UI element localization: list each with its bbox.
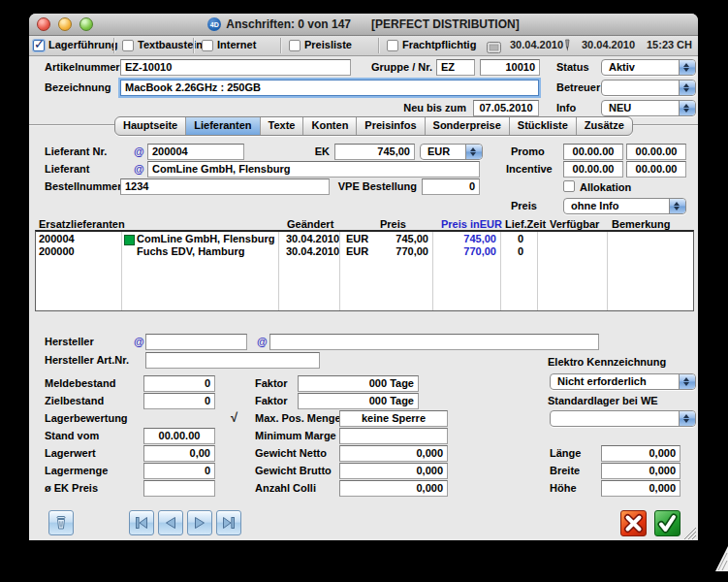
- neu-bis-zum-label: Neu bis zum: [400, 102, 466, 113]
- next-record-icon: [192, 515, 207, 531]
- info-popup[interactable]: NEU: [601, 100, 696, 116]
- stand-vom-label: Stand vom: [45, 430, 99, 441]
- status-label: Status: [556, 61, 589, 73]
- anzahl-colli-input[interactable]: 0,000: [339, 480, 448, 497]
- minimum-marge-input[interactable]: [339, 428, 448, 444]
- cell-preis: 745,00: [375, 233, 428, 245]
- first-record-button[interactable]: [129, 510, 154, 535]
- tab-stueckliste[interactable]: Stückliste: [510, 117, 577, 135]
- tab-zusaetze[interactable]: Zusätze: [577, 117, 632, 135]
- checkbox-allokation[interactable]: [563, 180, 575, 192]
- faktor2-input[interactable]: 000 Tage: [298, 393, 419, 409]
- gewicht-brutto-label: Gewicht Brutto: [255, 465, 332, 476]
- status-popup[interactable]: Aktiv: [601, 59, 696, 76]
- preis-popup[interactable]: ohne Info: [563, 198, 686, 214]
- gewicht-brutto-input[interactable]: 0,000: [339, 463, 448, 479]
- faktor1-label: Faktor: [255, 377, 288, 389]
- hoehe-input[interactable]: 0,000: [601, 480, 681, 497]
- col-bemerkung: Bemerkung: [612, 218, 671, 230]
- cell-preis: 770,00: [375, 245, 428, 258]
- lookup-at-button[interactable]: @: [134, 336, 144, 347]
- gruppe-nr-input[interactable]: 10010: [480, 59, 540, 76]
- validate-button[interactable]: [654, 510, 681, 536]
- max-pos-menge-input[interactable]: keine Sperre: [339, 410, 448, 427]
- checkbox-frachtpflichtig[interactable]: [387, 40, 398, 51]
- standardlager-popup[interactable]: [550, 410, 696, 427]
- tab-lieferanten[interactable]: Lieferanten: [186, 117, 260, 135]
- tab-texte[interactable]: Texte: [261, 117, 304, 135]
- tab-sonderpreise[interactable]: Sonderpreise: [426, 117, 510, 135]
- tab-preisinfos[interactable]: Preisinfos: [357, 117, 425, 135]
- next-record-button[interactable]: [187, 510, 212, 535]
- lagerwert-input[interactable]: 0,00: [143, 445, 215, 462]
- checkbox-internet[interactable]: [202, 40, 213, 51]
- elektro-popup[interactable]: Nicht erforderlich: [550, 373, 696, 390]
- currency-popup[interactable]: EUR: [420, 144, 483, 160]
- first-record-icon: [134, 515, 149, 531]
- ek-input[interactable]: 745,00: [334, 144, 415, 160]
- ersatzlieferanten-table[interactable]: 200004 ComLine GmbH, Flensburg 30.04.201…: [35, 230, 694, 311]
- stand-vom-input[interactable]: 00.00.00: [143, 428, 215, 444]
- delete-record-button[interactable]: [48, 510, 74, 535]
- meldebestand-label: Meldebestand: [45, 377, 115, 389]
- table-row[interactable]: 200004 ComLine GmbH, Flensburg 30.04.201…: [36, 233, 693, 245]
- cell-name: Fuchs EDV, Hamburg: [137, 245, 276, 258]
- vpe-bestellung-input[interactable]: 0: [422, 178, 480, 195]
- lieferant-input[interactable]: ComLine GmbH, Flensburg: [147, 161, 480, 178]
- cell-lief-zeit: 0: [506, 233, 535, 245]
- previous-record-button[interactable]: [158, 510, 183, 535]
- minimum-marge-label: Minimum Marge: [255, 430, 336, 441]
- elektro-kennzeichnung-label: Elektro Kennzeichnung: [548, 356, 666, 368]
- status-square-icon: [124, 235, 135, 245]
- promo-from-input[interactable]: 00.00.00: [563, 144, 623, 160]
- pen-icon: [562, 39, 572, 56]
- meldebestand-input[interactable]: 0: [143, 375, 215, 392]
- checkbox-lagerfuehrung[interactable]: [33, 40, 45, 51]
- title-area: 4D Anschriften: 0 von 147 [PERFECT DISTR…: [29, 14, 698, 35]
- checkbox-preisliste-label: Preisliste: [304, 39, 352, 50]
- oe-ek-preis-input[interactable]: [143, 480, 215, 497]
- artikelnummer-input[interactable]: EZ-10010: [120, 59, 351, 76]
- neu-bis-zum-input[interactable]: 07.05.2010: [473, 100, 539, 116]
- bezeichnung-input[interactable]: MacBook 2.26GHz : 250GB: [120, 80, 539, 96]
- checkbox-preisliste[interactable]: [289, 40, 301, 51]
- betreuer-popup[interactable]: [601, 80, 696, 96]
- status-popup-value: Aktiv: [609, 61, 635, 73]
- lagermenge-input[interactable]: 0: [143, 463, 215, 479]
- gruppe-input[interactable]: EZ: [436, 59, 475, 76]
- lookup-at-button[interactable]: @: [134, 163, 144, 175]
- lieferant-nr-input[interactable]: 200004: [147, 144, 244, 160]
- gewicht-netto-input[interactable]: 0,000: [339, 445, 448, 462]
- checkbox-textbaustein[interactable]: [122, 40, 134, 51]
- lookup-at-button[interactable]: @: [257, 336, 268, 347]
- toolbar-divider: [378, 38, 379, 53]
- hersteller-artnr-label: Hersteller Art.Nr.: [45, 354, 129, 366]
- zielbestand-input[interactable]: 0: [143, 393, 215, 409]
- last-record-button[interactable]: [216, 510, 241, 535]
- incentive-from-input[interactable]: 00.00.00: [563, 161, 623, 178]
- zielbestand-label: Zielbestand: [45, 395, 104, 406]
- cancel-button[interactable]: [620, 510, 647, 536]
- lagermenge-label: Lagermenge: [45, 465, 108, 476]
- promo-to-input[interactable]: 00.00.00: [626, 144, 686, 160]
- hersteller-name-input[interactable]: [269, 334, 599, 350]
- bestellnummer-input[interactable]: 1234: [120, 178, 330, 195]
- hersteller-artnr-input[interactable]: [145, 352, 320, 369]
- faktor1-input[interactable]: 000 Tage: [298, 375, 419, 392]
- breite-input[interactable]: 0,000: [601, 463, 681, 479]
- cell-lief-zeit: 0: [506, 245, 535, 258]
- popup-arrows-icon: [679, 60, 695, 75]
- incentive-to-input[interactable]: 00.00.00: [626, 161, 686, 178]
- hoehe-label: Höhe: [550, 482, 577, 494]
- tab-hauptseite[interactable]: Hauptseite: [115, 117, 186, 135]
- hersteller-code-input[interactable]: [145, 334, 247, 350]
- window-resize-grip[interactable]: [683, 526, 696, 543]
- tab-konten[interactable]: Konten: [303, 117, 357, 135]
- vpe-bestellung-label: VPE Bestellung: [337, 180, 417, 192]
- incentive-label: Incentive: [506, 163, 553, 175]
- laenge-input[interactable]: 0,000: [601, 445, 681, 462]
- lagerbewertung-checkmark: √: [231, 410, 237, 425]
- table-row[interactable]: 200000 Fuchs EDV, Hamburg 30.04.2010 EUR…: [36, 245, 693, 258]
- lookup-at-button[interactable]: @: [134, 146, 144, 157]
- cell-nr: 200000: [39, 245, 118, 258]
